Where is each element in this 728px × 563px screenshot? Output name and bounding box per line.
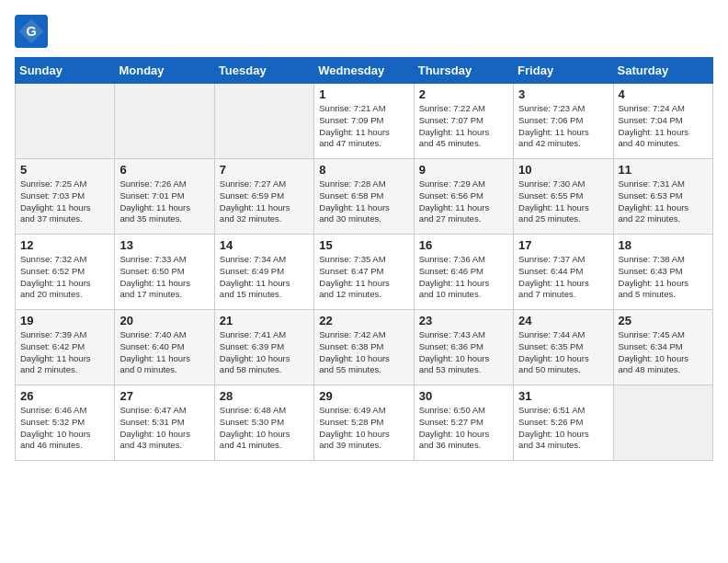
day-number: 15 bbox=[319, 238, 408, 252]
day-number: 25 bbox=[619, 314, 708, 327]
day-info: Sunrise: 7:39 AM Sunset: 6:42 PM Dayligh… bbox=[20, 329, 109, 376]
day-number: 24 bbox=[518, 314, 608, 327]
day-info: Sunrise: 7:42 AM Sunset: 6:38 PM Dayligh… bbox=[319, 329, 408, 376]
day-info: Sunrise: 7:24 AM Sunset: 7:04 PM Dayligh… bbox=[619, 103, 708, 150]
day-info: Sunrise: 7:22 AM Sunset: 7:07 PM Dayligh… bbox=[419, 103, 508, 150]
day-info: Sunrise: 7:31 AM Sunset: 6:53 PM Dayligh… bbox=[619, 178, 708, 225]
day-info: Sunrise: 6:46 AM Sunset: 5:32 PM Dayligh… bbox=[20, 405, 109, 452]
day-number: 11 bbox=[619, 163, 708, 177]
calendar-cell: 4Sunrise: 7:24 AM Sunset: 7:04 PM Daylig… bbox=[613, 84, 712, 159]
day-number: 22 bbox=[319, 314, 408, 327]
calendar-cell: 5Sunrise: 7:25 AM Sunset: 7:03 PM Daylig… bbox=[16, 159, 115, 235]
calendar-header-row: SundayMondayTuesdayWednesdayThursdayFrid… bbox=[16, 58, 713, 84]
calendar-cell: 9Sunrise: 7:29 AM Sunset: 6:56 PM Daylig… bbox=[414, 159, 513, 235]
day-header-sunday: Sunday bbox=[16, 58, 115, 84]
day-info: Sunrise: 7:37 AM Sunset: 6:44 PM Dayligh… bbox=[518, 254, 608, 301]
calendar-cell: 10Sunrise: 7:30 AM Sunset: 6:55 PM Dayli… bbox=[514, 159, 613, 235]
day-number: 1 bbox=[319, 87, 408, 101]
calendar-cell: 17Sunrise: 7:37 AM Sunset: 6:44 PM Dayli… bbox=[514, 235, 613, 310]
page-header: G bbox=[15, 15, 713, 48]
day-info: Sunrise: 7:33 AM Sunset: 6:50 PM Dayligh… bbox=[119, 254, 209, 301]
calendar-cell: 19Sunrise: 7:39 AM Sunset: 6:42 PM Dayli… bbox=[16, 310, 115, 385]
day-info: Sunrise: 7:40 AM Sunset: 6:40 PM Dayligh… bbox=[119, 329, 209, 376]
day-number: 23 bbox=[419, 314, 508, 327]
calendar-cell bbox=[16, 84, 115, 159]
day-info: Sunrise: 7:34 AM Sunset: 6:49 PM Dayligh… bbox=[220, 254, 309, 301]
day-number: 26 bbox=[20, 389, 109, 403]
calendar-cell: 21Sunrise: 7:41 AM Sunset: 6:39 PM Dayli… bbox=[214, 310, 313, 385]
day-info: Sunrise: 6:50 AM Sunset: 5:27 PM Dayligh… bbox=[419, 405, 508, 452]
calendar-cell: 16Sunrise: 7:36 AM Sunset: 6:46 PM Dayli… bbox=[414, 235, 513, 310]
day-info: Sunrise: 7:32 AM Sunset: 6:52 PM Dayligh… bbox=[20, 254, 109, 301]
day-info: Sunrise: 7:23 AM Sunset: 7:06 PM Dayligh… bbox=[518, 103, 608, 150]
day-number: 4 bbox=[619, 87, 708, 101]
calendar-week-row: 19Sunrise: 7:39 AM Sunset: 6:42 PM Dayli… bbox=[16, 310, 713, 385]
day-header-tuesday: Tuesday bbox=[214, 58, 313, 84]
calendar-cell bbox=[115, 84, 214, 159]
day-header-thursday: Thursday bbox=[414, 58, 513, 84]
calendar-cell: 8Sunrise: 7:28 AM Sunset: 6:58 PM Daylig… bbox=[314, 159, 414, 235]
day-info: Sunrise: 7:43 AM Sunset: 6:36 PM Dayligh… bbox=[419, 329, 508, 376]
calendar-cell: 6Sunrise: 7:26 AM Sunset: 7:01 PM Daylig… bbox=[115, 159, 214, 235]
day-info: Sunrise: 7:41 AM Sunset: 6:39 PM Dayligh… bbox=[220, 329, 309, 376]
calendar-cell: 14Sunrise: 7:34 AM Sunset: 6:49 PM Dayli… bbox=[214, 235, 313, 310]
day-number: 28 bbox=[220, 389, 309, 403]
day-info: Sunrise: 7:45 AM Sunset: 6:34 PM Dayligh… bbox=[619, 329, 708, 376]
day-number: 3 bbox=[518, 87, 608, 101]
day-info: Sunrise: 7:35 AM Sunset: 6:47 PM Dayligh… bbox=[319, 254, 408, 301]
day-number: 10 bbox=[518, 163, 608, 177]
calendar-cell: 22Sunrise: 7:42 AM Sunset: 6:38 PM Dayli… bbox=[314, 310, 414, 385]
day-header-friday: Friday bbox=[514, 58, 613, 84]
day-number: 7 bbox=[220, 163, 309, 177]
calendar-cell: 12Sunrise: 7:32 AM Sunset: 6:52 PM Dayli… bbox=[16, 235, 115, 310]
day-number: 27 bbox=[119, 389, 209, 403]
day-number: 5 bbox=[20, 163, 109, 177]
calendar-table: SundayMondayTuesdayWednesdayThursdayFrid… bbox=[15, 57, 713, 461]
day-number: 20 bbox=[119, 314, 209, 327]
day-number: 2 bbox=[419, 87, 508, 101]
day-number: 14 bbox=[220, 238, 309, 252]
calendar-cell: 11Sunrise: 7:31 AM Sunset: 6:53 PM Dayli… bbox=[613, 159, 712, 235]
day-info: Sunrise: 6:47 AM Sunset: 5:31 PM Dayligh… bbox=[119, 405, 209, 452]
day-info: Sunrise: 7:38 AM Sunset: 6:43 PM Dayligh… bbox=[619, 254, 708, 301]
calendar-cell bbox=[214, 84, 313, 159]
day-number: 29 bbox=[319, 389, 408, 403]
calendar-cell: 29Sunrise: 6:49 AM Sunset: 5:28 PM Dayli… bbox=[314, 385, 414, 461]
calendar-cell: 3Sunrise: 7:23 AM Sunset: 7:06 PM Daylig… bbox=[514, 84, 613, 159]
calendar-cell: 7Sunrise: 7:27 AM Sunset: 6:59 PM Daylig… bbox=[214, 159, 313, 235]
calendar-cell: 28Sunrise: 6:48 AM Sunset: 5:30 PM Dayli… bbox=[214, 385, 313, 461]
day-number: 13 bbox=[119, 238, 209, 252]
calendar-cell: 15Sunrise: 7:35 AM Sunset: 6:47 PM Dayli… bbox=[314, 235, 414, 310]
calendar-week-row: 26Sunrise: 6:46 AM Sunset: 5:32 PM Dayli… bbox=[16, 385, 713, 461]
day-number: 8 bbox=[319, 163, 408, 177]
calendar-week-row: 5Sunrise: 7:25 AM Sunset: 7:03 PM Daylig… bbox=[16, 159, 713, 235]
day-info: Sunrise: 7:29 AM Sunset: 6:56 PM Dayligh… bbox=[419, 178, 508, 225]
calendar-cell: 24Sunrise: 7:44 AM Sunset: 6:35 PM Dayli… bbox=[514, 310, 613, 385]
day-number: 17 bbox=[518, 238, 608, 252]
day-header-monday: Monday bbox=[115, 58, 214, 84]
day-info: Sunrise: 7:27 AM Sunset: 6:59 PM Dayligh… bbox=[220, 178, 309, 225]
calendar-cell: 1Sunrise: 7:21 AM Sunset: 7:09 PM Daylig… bbox=[314, 84, 414, 159]
calendar-cell: 18Sunrise: 7:38 AM Sunset: 6:43 PM Dayli… bbox=[613, 235, 712, 310]
calendar-cell: 26Sunrise: 6:46 AM Sunset: 5:32 PM Dayli… bbox=[16, 385, 115, 461]
day-number: 9 bbox=[419, 163, 508, 177]
calendar-cell: 23Sunrise: 7:43 AM Sunset: 6:36 PM Dayli… bbox=[414, 310, 513, 385]
calendar-week-row: 1Sunrise: 7:21 AM Sunset: 7:09 PM Daylig… bbox=[16, 84, 713, 159]
calendar-cell: 31Sunrise: 6:51 AM Sunset: 5:26 PM Dayli… bbox=[514, 385, 613, 461]
day-info: Sunrise: 7:36 AM Sunset: 6:46 PM Dayligh… bbox=[419, 254, 508, 301]
day-info: Sunrise: 7:44 AM Sunset: 6:35 PM Dayligh… bbox=[518, 329, 608, 376]
logo-icon: G bbox=[15, 15, 48, 48]
day-info: Sunrise: 7:26 AM Sunset: 7:01 PM Dayligh… bbox=[119, 178, 209, 225]
calendar-cell bbox=[613, 385, 712, 461]
day-header-saturday: Saturday bbox=[613, 58, 712, 84]
svg-text:G: G bbox=[26, 24, 36, 39]
day-info: Sunrise: 7:30 AM Sunset: 6:55 PM Dayligh… bbox=[518, 178, 608, 225]
day-info: Sunrise: 7:21 AM Sunset: 7:09 PM Dayligh… bbox=[319, 103, 408, 150]
day-number: 18 bbox=[619, 238, 708, 252]
day-info: Sunrise: 6:48 AM Sunset: 5:30 PM Dayligh… bbox=[220, 405, 309, 452]
day-number: 30 bbox=[419, 389, 508, 403]
day-number: 6 bbox=[119, 163, 209, 177]
day-number: 19 bbox=[20, 314, 109, 327]
day-info: Sunrise: 7:25 AM Sunset: 7:03 PM Dayligh… bbox=[20, 178, 109, 225]
calendar-cell: 2Sunrise: 7:22 AM Sunset: 7:07 PM Daylig… bbox=[414, 84, 513, 159]
